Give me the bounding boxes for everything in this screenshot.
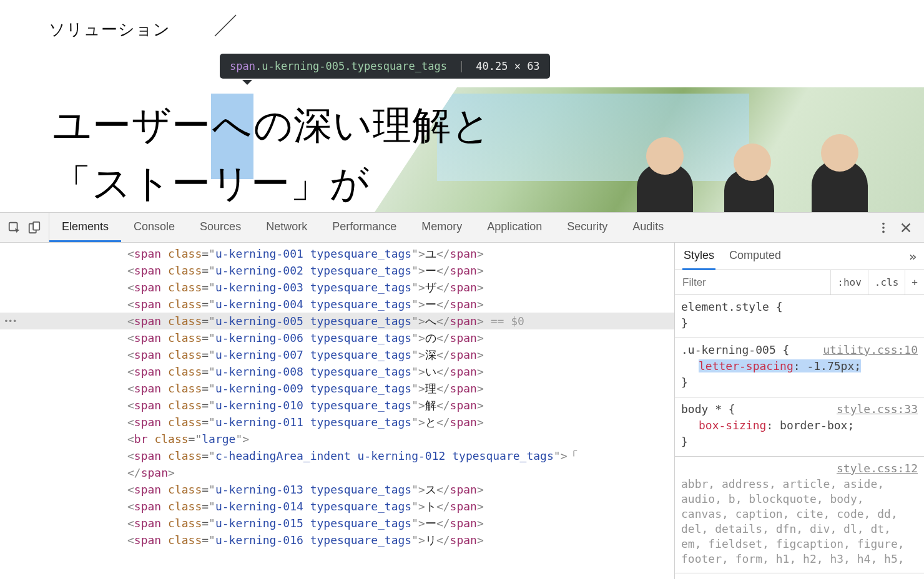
dom-node[interactable]: <span class="u-kerning-010 typesquare_ta… [0,397,674,414]
kebab-menu-icon[interactable] [877,221,890,235]
dom-node[interactable]: <span class="u-kerning-005 typesquare_ta… [0,313,674,329]
device-toolbar-icon[interactable] [27,221,41,235]
rule-source-link[interactable]: style.css:12 [837,460,918,477]
devtools-tab-audits[interactable]: Audits [620,213,676,242]
tooltip-tag: span [230,60,255,72]
devtools-tab-performance[interactable]: Performance [320,213,409,242]
dom-node[interactable]: <span class="u-kerning-008 typesquare_ta… [0,363,674,380]
devtools-tab-application[interactable]: Application [474,213,554,242]
styles-rules-list[interactable]: element.style {}.u-kerning-005 {utility.… [675,295,924,579]
dom-node[interactable]: <span class="u-kerning-014 typesquare_ta… [0,498,674,515]
tooltip-separator: | [458,60,464,72]
dom-node[interactable]: <span class="c-headingArea_indent u-kern… [0,447,674,464]
element-inspect-tooltip: span.u-kerning-005.typesquare_tags | 40.… [220,54,550,79]
css-rule[interactable]: element.style {} [675,295,924,338]
headline-text: の深い理解と [253,96,491,154]
dom-node[interactable]: <span class="u-kerning-009 typesquare_ta… [0,380,674,397]
dom-node[interactable]: <span class="u-kerning-007 typesquare_ta… [0,346,674,363]
svg-rect-3 [33,221,39,230]
dom-node[interactable]: <span class="u-kerning-016 typesquare_ta… [0,532,674,548]
hero-headline: ユーザーへの深い理解と 「ストーリー」が [52,96,491,212]
dom-node[interactable]: <span class="u-kerning-001 typesquare_ta… [0,245,674,262]
dom-node[interactable]: </span> [0,464,674,481]
dom-node[interactable]: <span class="u-kerning-002 typesquare_ta… [0,262,674,279]
styles-sidebar: Styles Computed » :hov .cls + element.st… [674,243,924,579]
svg-line-0 [215,15,236,36]
svg-point-4 [882,222,885,225]
styles-hov-toggle[interactable]: :hov [830,270,868,294]
styles-subtab-styles[interactable]: Styles [682,243,715,270]
dom-node[interactable]: <span class="u-kerning-015 typesquare_ta… [0,515,674,532]
dom-node[interactable]: <span class="u-kerning-004 typesquare_ta… [0,296,674,313]
solution-label: ソリューション [49,19,170,41]
devtools-tab-network[interactable]: Network [253,213,320,242]
devtools-tab-sources[interactable]: Sources [187,213,253,242]
tooltip-classes: .u-kerning-005.typesquare_tags [255,60,447,72]
css-rule[interactable]: body * {style.css:33box-sizing: border-b… [675,397,924,457]
dom-node[interactable]: <span class="u-kerning-011 typesquare_ta… [0,414,674,431]
elements-tree[interactable]: <span class="u-kerning-001 typesquare_ta… [0,243,674,579]
webpage-preview: ソリューション ユーザーへの深い理解と 「ストーリー」が span.u-kern… [0,0,924,212]
css-rule[interactable]: .u-kerning-005 {utility.css:10letter-spa… [675,338,924,397]
close-devtools-icon[interactable] [899,221,913,235]
styles-cls-toggle[interactable]: .cls [868,270,905,294]
svg-point-6 [882,230,885,233]
dom-node[interactable]: <br class="large"> [0,431,674,447]
inspect-element-icon[interactable] [7,221,21,235]
headline-text: ユーザー [52,96,211,154]
tooltip-dimensions: 40.25 × 63 [476,60,539,72]
slash-divider-icon [210,10,241,41]
rule-source-link[interactable]: style.css:33 [837,401,918,417]
css-rule[interactable]: style.css:12abbr, address, article, asid… [675,457,924,573]
svg-point-5 [882,226,885,229]
devtools-tab-memory[interactable]: Memory [409,213,474,242]
styles-add-rule-icon[interactable]: + [905,270,924,294]
devtools-tab-console[interactable]: Console [121,213,187,242]
dom-node[interactable]: <span class="u-kerning-013 typesquare_ta… [0,481,674,498]
headline-text: 「ストーリー」が [52,154,370,212]
devtools-tab-elements[interactable]: Elements [49,213,121,242]
styles-more-icon[interactable]: » [909,249,917,264]
devtools-tabbar: ElementsConsoleSourcesNetworkPerformance… [0,213,924,243]
devtools-tab-security[interactable]: Security [554,213,620,242]
dom-node[interactable]: <span class="u-kerning-006 typesquare_ta… [0,329,674,346]
styles-filter-input[interactable] [675,276,830,289]
rule-source-link[interactable]: utility.css:10 [823,342,918,358]
devtools-panel: ElementsConsoleSourcesNetworkPerformance… [0,212,924,579]
dom-node[interactable]: <span class="u-kerning-003 typesquare_ta… [0,279,674,296]
styles-subtab-computed[interactable]: Computed [728,243,782,270]
